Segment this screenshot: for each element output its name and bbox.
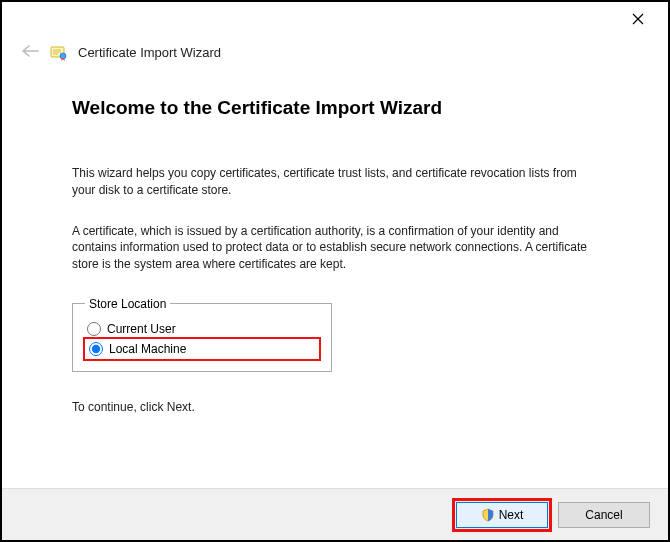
radio-local-machine[interactable]: Local Machine	[85, 339, 319, 359]
store-location-group: Store Location Current User Local Machin…	[72, 297, 332, 372]
continue-text: To continue, click Next.	[72, 400, 598, 414]
close-icon	[632, 13, 644, 25]
title-bar	[2, 2, 668, 36]
back-arrow-icon	[20, 42, 40, 63]
radio-current-user-label: Current User	[107, 322, 176, 336]
radio-current-user[interactable]: Current User	[85, 319, 319, 339]
page-heading: Welcome to the Certificate Import Wizard	[72, 97, 598, 119]
intro-paragraph-2: A certificate, which is issued by a cert…	[72, 223, 592, 273]
wizard-footer: Next Cancel	[2, 488, 668, 540]
intro-paragraph-1: This wizard helps you copy certificates,…	[72, 165, 592, 199]
wizard-title: Certificate Import Wizard	[78, 45, 221, 60]
next-button[interactable]: Next	[456, 502, 548, 528]
next-button-highlight: Next	[456, 502, 548, 528]
shield-icon	[481, 508, 495, 522]
radio-local-machine-label: Local Machine	[109, 342, 186, 356]
cancel-button[interactable]: Cancel	[558, 502, 650, 528]
radio-current-user-input[interactable]	[87, 322, 101, 336]
wizard-content: Welcome to the Certificate Import Wizard…	[2, 73, 668, 414]
cancel-button-label: Cancel	[585, 508, 622, 522]
store-location-legend: Store Location	[85, 297, 170, 311]
certificate-icon	[50, 44, 68, 62]
radio-local-machine-input[interactable]	[89, 342, 103, 356]
wizard-header: Certificate Import Wizard	[2, 36, 668, 73]
next-button-label: Next	[499, 508, 524, 522]
close-button[interactable]	[620, 5, 656, 33]
